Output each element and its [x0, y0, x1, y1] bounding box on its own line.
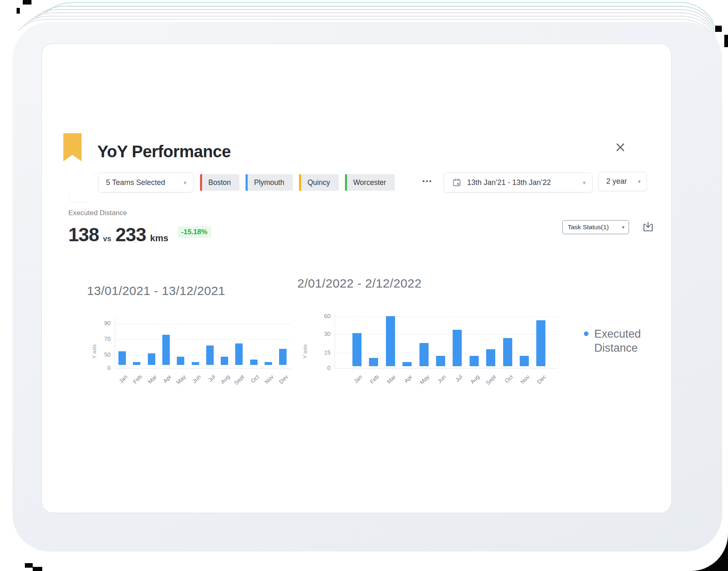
x-tick-label: Sept	[485, 374, 497, 386]
x-tick-label: Jul	[454, 374, 464, 383]
x-tick-label: Oct	[504, 374, 514, 384]
legend-marker-icon	[584, 331, 588, 336]
bar-feb	[369, 358, 378, 366]
y-axis-label: Y axis	[302, 339, 308, 364]
x-tick-label: Feb	[369, 374, 380, 385]
bar-jul	[453, 330, 462, 366]
bar-mar	[386, 316, 395, 366]
bar-sept	[486, 349, 495, 366]
gridline	[335, 334, 558, 335]
bar-oct	[503, 338, 512, 366]
x-tick-label: May	[419, 374, 431, 386]
x-tick-label: Mar	[386, 374, 397, 385]
legend-label: Executed Distance	[594, 327, 661, 355]
y-tick-label: 30	[314, 331, 330, 337]
bar-jun	[436, 356, 445, 366]
y-tick-label: 15	[314, 349, 330, 356]
bar-aug	[470, 356, 479, 366]
gridline	[335, 317, 558, 317]
bar-apr	[403, 362, 412, 366]
x-tick-label: Aug	[469, 374, 481, 385]
x-tick-label: Apr	[403, 374, 413, 384]
bar-jan	[352, 333, 362, 366]
x-tick-label: Dec	[536, 374, 547, 385]
x-tick-label: Nov	[519, 374, 531, 385]
y-tick-label: 0	[314, 365, 330, 371]
x-tick-label: Jan	[353, 374, 364, 384]
chart-legend: Executed Distance	[584, 327, 675, 355]
x-tick-label: Jun	[436, 374, 447, 384]
bar-nov	[520, 356, 529, 366]
bar-may	[419, 343, 429, 366]
x-axis-line	[335, 368, 558, 369]
chart-2022: 6030150Y axisJanFebMarAprMayJunJulAugSep…	[0, 0, 728, 571]
bar-dec	[536, 320, 545, 366]
y-tick-label: 60	[314, 313, 330, 319]
y-axis-line	[335, 312, 335, 368]
gridline	[335, 353, 558, 353]
